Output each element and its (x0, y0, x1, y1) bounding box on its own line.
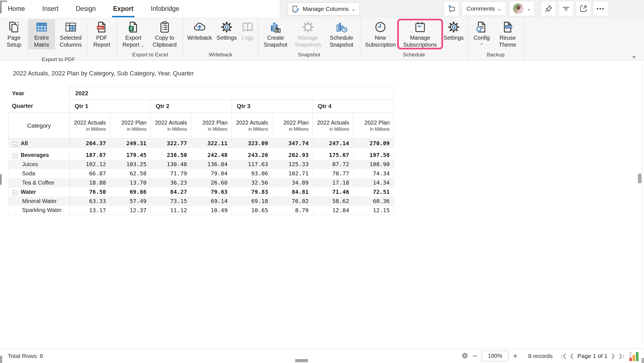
value-cell[interactable]: 12.15 (353, 206, 394, 215)
value-cell[interactable]: 76.50 (70, 187, 110, 197)
collapse-icon[interactable]: − (13, 142, 17, 147)
value-cell[interactable]: 264.37 (70, 139, 110, 148)
value-cell[interactable]: 74.34 (353, 169, 394, 178)
tab-export[interactable]: Export (112, 5, 135, 17)
tab-home[interactable]: Home (7, 5, 26, 17)
value-cell[interactable]: 11.12 (151, 206, 191, 215)
tab-insert[interactable]: Insert (41, 5, 60, 17)
measure-header-cell[interactable]: 2022 Actualsin Millions (232, 113, 272, 139)
focus-mode-button[interactable] (576, 2, 590, 16)
value-cell[interactable]: 13.17 (70, 206, 110, 215)
collapse-ribbon-button[interactable]: ⌄ (631, 52, 637, 59)
zoom-out-button[interactable]: − (473, 352, 477, 360)
pin-button[interactable] (542, 2, 556, 16)
row-label-cell[interactable]: Mineral Water (9, 197, 70, 206)
value-cell[interactable]: 36.23 (151, 178, 191, 187)
value-cell[interactable]: 93.06 (232, 169, 272, 178)
row-label-cell[interactable]: Soda (9, 169, 70, 178)
row-label-cell[interactable]: −Beverages (9, 151, 70, 160)
value-cell[interactable]: 62.50 (110, 169, 151, 178)
create-snapshot-button[interactable]: Create Snapshot (261, 20, 291, 49)
value-cell[interactable]: 26.60 (191, 178, 232, 187)
writeback-button[interactable]: Writeback (186, 20, 214, 42)
measure-header-cell[interactable]: 2022 Planin Millions (110, 113, 151, 139)
value-cell[interactable]: 8.79 (272, 206, 313, 215)
value-cell[interactable]: 10.49 (191, 206, 232, 215)
settings-gear-icon[interactable]: ⚙ (461, 352, 468, 360)
value-cell[interactable]: 60.36 (353, 197, 394, 206)
value-cell[interactable]: 87.72 (313, 160, 353, 169)
filter-button[interactable] (559, 2, 573, 16)
value-cell[interactable]: 79.83 (232, 187, 272, 197)
manage-columns-button[interactable]: Manage Columns ⌄ (287, 3, 360, 15)
value-cell[interactable]: 197.58 (353, 151, 394, 160)
value-cell[interactable]: 262.93 (272, 151, 313, 160)
value-cell[interactable]: 270.09 (353, 139, 394, 148)
value-cell[interactable]: 179.45 (110, 151, 151, 160)
value-cell[interactable]: 108.90 (353, 160, 394, 169)
value-cell[interactable]: 12.37 (110, 206, 151, 215)
value-cell[interactable]: 76.02 (272, 197, 313, 206)
value-cell[interactable]: 69.14 (191, 197, 232, 206)
value-cell[interactable]: 34.89 (272, 178, 313, 187)
reuse-theme-button[interactable]: JSON Reuse Theme (494, 20, 521, 49)
previous-page-button[interactable]: ❮ (570, 353, 574, 359)
quarter-header-cell[interactable]: Qtr 1 (70, 100, 151, 113)
value-cell[interactable]: 13.70 (110, 178, 151, 187)
value-cell[interactable]: 71.79 (151, 169, 191, 178)
measure-header-cell[interactable]: 2022 Actualsin Millions (313, 113, 353, 139)
value-cell[interactable]: 322.11 (191, 139, 232, 148)
value-cell[interactable]: 187.87 (70, 151, 110, 160)
value-cell[interactable]: 125.33 (272, 160, 313, 169)
value-cell[interactable]: 66.87 (70, 169, 110, 178)
zoom-in-button[interactable]: + (513, 352, 517, 360)
measure-header-cell[interactable]: 2022 Planin Millions (191, 113, 232, 139)
selected-columns-button[interactable]: Selected Columns (56, 20, 86, 49)
collapse-icon[interactable]: − (13, 190, 17, 195)
value-cell[interactable]: 73.15 (151, 197, 191, 206)
left-scrollbar-thumb[interactable] (0, 174, 2, 185)
row-label-cell[interactable]: Sparkling Water (9, 206, 70, 215)
value-cell[interactable]: 249.31 (110, 139, 151, 148)
first-page-button[interactable]: |❮ (561, 353, 567, 359)
last-page-button[interactable]: ❯| (618, 353, 624, 359)
value-cell[interactable]: 322.77 (151, 139, 191, 148)
export-report-button[interactable]: X Export Report ⌄ (119, 20, 147, 49)
account-button[interactable]: ⌄ (509, 1, 534, 16)
quarter-header-cell[interactable]: Qtr 2 (151, 100, 232, 113)
quarter-header-cell[interactable]: Qtr 4 (313, 100, 394, 113)
tab-infobridge[interactable]: Infobridge (150, 5, 180, 17)
writeback-settings-button[interactable]: Settings (215, 20, 238, 42)
measure-header-cell[interactable]: 2022 Planin Millions (353, 113, 394, 139)
value-cell[interactable]: 175.67 (313, 151, 353, 160)
schedule-snapshot-button[interactable]: Schedule Snapshot (325, 20, 358, 49)
row-label-cell[interactable]: Tea & Coffee (9, 178, 70, 187)
comments-button[interactable]: Comments ⌄ (462, 2, 506, 16)
value-cell[interactable]: 72.51 (353, 187, 394, 197)
quarter-header-cell[interactable]: Qtr 3 (232, 100, 313, 113)
value-cell[interactable]: 136.84 (191, 160, 232, 169)
value-cell[interactable]: 238.50 (151, 151, 191, 160)
year-value[interactable]: 2022 (70, 87, 394, 100)
value-cell[interactable]: 103.25 (110, 160, 151, 169)
value-cell[interactable]: 79.63 (191, 187, 232, 197)
value-cell[interactable]: 102.12 (70, 160, 110, 169)
value-cell[interactable]: 79.04 (191, 169, 232, 178)
more-options-button[interactable]: ••• (594, 2, 608, 16)
value-cell[interactable]: 12.84 (313, 206, 353, 215)
value-cell[interactable]: 102.71 (272, 169, 313, 178)
page-setup-button[interactable]: Page Setup (2, 20, 26, 49)
value-cell[interactable]: 17.18 (313, 178, 353, 187)
schedule-settings-button[interactable]: Settings (442, 20, 465, 42)
value-cell[interactable]: 247.14 (313, 139, 353, 148)
category-header[interactable]: Category (9, 113, 70, 139)
row-label-cell[interactable]: −Water (9, 187, 70, 197)
pdf-report-button[interactable]: PDF PDF Report (89, 20, 115, 49)
value-cell[interactable]: 69.18 (232, 197, 272, 206)
config-button[interactable]: Config ⌄ (470, 20, 493, 46)
value-cell[interactable]: 18.88 (70, 178, 110, 187)
value-cell[interactable]: 71.46 (313, 187, 353, 197)
value-cell[interactable]: 84.27 (151, 187, 191, 197)
value-cell[interactable]: 58.62 (313, 197, 353, 206)
value-cell[interactable]: 10.65 (232, 206, 272, 215)
